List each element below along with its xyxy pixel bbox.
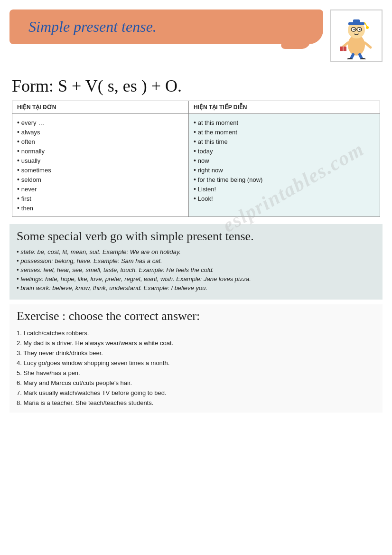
cartoon-character-icon <box>335 12 378 59</box>
svg-rect-3 <box>353 19 360 23</box>
table-cell-continuous: at this moment at the moment at this tim… <box>189 114 380 217</box>
list-item: 7. Mark usually watch/watches TV before … <box>17 388 375 398</box>
list-item: 3. They never drink/drinks beer. <box>17 348 375 358</box>
list-item: usually <box>17 156 184 165</box>
form-formula: Form: S + V( s, es ) + O. <box>12 76 380 96</box>
table-cell-simple: every … always often normally usually so… <box>12 114 189 217</box>
special-section: Some special verb go with simple present… <box>9 224 383 300</box>
table-header-simple: HIỆN TẠI ĐƠN <box>12 101 189 114</box>
special-title: Some special verb go with simple present… <box>17 229 375 244</box>
list-item: 4. Lucy go/goes window shopping seven ti… <box>17 358 375 368</box>
list-item: state: be, cost, fit, mean, suit. Exampl… <box>17 247 375 256</box>
svg-point-5 <box>366 26 369 29</box>
list-item: 1. I catch/catches robbers. <box>17 328 375 338</box>
tense-table: HIỆN TẠI ĐƠN HIỆN TẠI TIẾP DIỄN every … … <box>12 101 380 217</box>
list-item: Look! <box>194 194 375 203</box>
exercise-list: 1. I catch/catches robbers. 2. My dad is… <box>17 328 375 408</box>
exercise-section: Exercise : choose the correct answer: 1.… <box>9 304 383 413</box>
header-section: Simple present tense. <box>9 9 383 62</box>
title-banner: Simple present tense. <box>9 9 323 44</box>
svg-point-9 <box>359 29 361 30</box>
list-item: senses: feel, hear, see, smell, taste, t… <box>17 265 375 274</box>
list-item: now <box>194 156 375 165</box>
list-item: then <box>17 203 184 213</box>
list-item: brain work: believe, know, think, unders… <box>17 283 375 292</box>
svg-line-14 <box>365 43 371 47</box>
svg-point-8 <box>354 29 355 30</box>
page-wrapper: eslprintables.com Simple present tense. <box>9 9 383 413</box>
list-item: at this time <box>194 137 375 146</box>
continuous-tense-list: at this moment at the moment at this tim… <box>194 118 375 203</box>
list-item: always <box>17 127 184 137</box>
list-item: every … <box>17 118 184 127</box>
simple-tense-list: every … always often normally usually so… <box>17 118 184 213</box>
list-item: never <box>17 184 184 194</box>
list-item: 5. She have/has a pen. <box>17 368 375 378</box>
list-item: normally <box>17 146 184 156</box>
table-header-continuous: HIỆN TẠI TIẾP DIỄN <box>189 101 380 114</box>
page-title: Simple present tense. <box>28 18 157 35</box>
list-item: often <box>17 137 184 146</box>
list-item: for the time being (now) <box>194 175 375 184</box>
list-item: today <box>194 146 375 156</box>
exercise-title: Exercise : choose the correct answer: <box>17 309 375 323</box>
list-item: 2. My dad is a driver. He always wear/we… <box>17 338 375 348</box>
list-item: 6. Mary and Marcus cut/cuts people's hai… <box>17 378 375 388</box>
list-item: at this moment <box>194 118 375 127</box>
cartoon-box <box>330 9 383 62</box>
list-item: Listen! <box>194 184 375 194</box>
list-item: possession: belong, have. Example: Sam h… <box>17 256 375 265</box>
form-section: Form: S + V( s, es ) + O. HIỆN TẠI ĐƠN H… <box>9 76 383 217</box>
list-item: right now <box>194 165 375 175</box>
list-item: at the moment <box>194 127 375 137</box>
special-list: state: be, cost, fit, mean, suit. Exampl… <box>17 247 375 292</box>
list-item: feelings: hate, hope, like, love, prefer… <box>17 274 375 283</box>
list-item: 8. Maria is a teacher. She teach/teaches… <box>17 398 375 408</box>
list-item: seldom <box>17 175 184 184</box>
list-item: sometimes <box>17 165 184 175</box>
list-item: first <box>17 194 184 203</box>
